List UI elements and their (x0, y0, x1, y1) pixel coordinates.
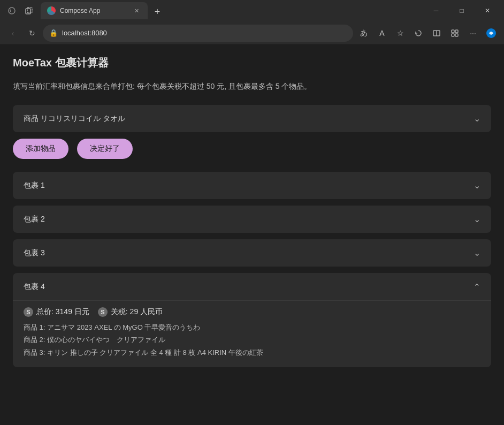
package-1-header[interactable]: 包裹 1 ⌄ (13, 172, 491, 199)
tax-item: S 关税: 29 人民币 (98, 307, 163, 317)
buttons-row: 添加物品 决定好了 (13, 139, 491, 159)
refresh-button[interactable]: ↻ (24, 25, 41, 42)
page-content: MoeTax 包裹计算器 填写当前汇率和包裹信息来合单打包: 每个包裹关税不超过… (0, 45, 504, 425)
add-item-button[interactable]: 添加物品 (13, 139, 68, 159)
package-item-3: 商品 3: キリン 推しの子 クリアファイル 全 4 種 計 8 枚 A4 KI… (24, 346, 480, 359)
svg-rect-5 (452, 30, 454, 33)
address-bar-row: ‹ ↻ 🔒 localhost:8080 あ A ☆ (0, 21, 504, 45)
total-price-icon: S (24, 307, 33, 317)
package-item-2: 商品 2: 僕の心のヤバイやつ クリアファイル (24, 333, 480, 346)
browser-controls-left (4, 3, 36, 18)
package-4-chevron: ⌄ (474, 282, 480, 292)
app-title: MoeTax 包裹计算器 (13, 56, 491, 70)
svg-rect-8 (455, 34, 458, 36)
product-section-header[interactable]: 商品 リコリスリコイル タオル ⌄ (13, 105, 491, 132)
security-icon: 🔒 (49, 29, 58, 37)
confirm-button[interactable]: 决定好了 (77, 139, 133, 159)
svg-point-0 (9, 7, 15, 14)
package-2-title: 包裹 2 (24, 215, 45, 224)
package-3-header[interactable]: 包裹 3 ⌄ (13, 239, 491, 267)
package-1: 包裹 1 ⌄ (13, 172, 491, 199)
package-2: 包裹 2 ⌄ (13, 206, 491, 233)
read-mode-button[interactable]: あ (355, 25, 372, 42)
package-4-title: 包裹 4 (24, 282, 45, 292)
back-button[interactable]: ‹ (4, 25, 21, 42)
copilot-button[interactable] (483, 25, 500, 42)
package-3-title: 包裹 3 (24, 248, 45, 258)
window-controls: ─ □ ✕ (424, 2, 500, 19)
package-4-info: S 总价: 3149 日元 S 关税: 29 人民币 (24, 307, 480, 317)
browser-refresh-icon[interactable] (410, 25, 427, 42)
tab-favicon (47, 6, 56, 15)
close-button[interactable]: ✕ (475, 2, 500, 19)
product-section-title: 商品 リコリスリコイル タオル (24, 114, 125, 124)
translate-button[interactable]: A (373, 25, 391, 42)
package-1-chevron: ⌄ (474, 180, 480, 191)
svg-rect-6 (455, 30, 458, 33)
package-3: 包裹 3 ⌄ (13, 239, 491, 267)
product-section-chevron: ⌄ (474, 113, 480, 124)
browser-duplicate-icon[interactable] (21, 3, 36, 18)
package-2-header[interactable]: 包裹 2 ⌄ (13, 206, 491, 233)
svg-rect-7 (452, 34, 454, 36)
maximize-button[interactable]: □ (449, 2, 474, 19)
package-item-1: 商品 1: アニサマ 2023 AXEL の MyGO 千早愛音のうちわ (24, 321, 480, 333)
package-3-chevron: ⌄ (474, 248, 480, 258)
package-2-chevron: ⌄ (474, 214, 480, 224)
active-tab[interactable]: Compose App ✕ (41, 2, 148, 19)
total-price-item: S 总价: 3149 日元 (24, 307, 89, 317)
svg-rect-1 (26, 9, 30, 14)
tax-text: 关税: 29 人民币 (111, 307, 163, 317)
tax-icon: S (98, 307, 108, 317)
toolbar-right: あ A ☆ (355, 25, 500, 42)
package-4-header[interactable]: 包裹 4 ⌄ (13, 273, 491, 300)
package-4: 包裹 4 ⌄ S 总价: 3149 日元 S 关税: 29 人民币 商品 1: … (13, 273, 491, 367)
favorites-button[interactable]: ☆ (392, 25, 409, 42)
total-price-text: 总价: 3149 日元 (36, 307, 89, 317)
app-description: 填写当前汇率和包裹信息来合单打包: 每个包裹关税不超过 50 元, 且包裹最多含… (13, 81, 491, 92)
tab-close-button[interactable]: ✕ (132, 6, 141, 16)
title-bar: Compose App ✕ + ─ □ ✕ (0, 0, 504, 21)
product-section: 商品 リコリスリコイル タオル ⌄ (13, 105, 491, 132)
more-options-button[interactable]: ··· (464, 25, 482, 42)
address-bar[interactable]: 🔒 localhost:8080 (43, 25, 353, 42)
url-text: localhost:8080 (62, 29, 347, 37)
collections-button[interactable] (446, 25, 463, 42)
package-4-items: 商品 1: アニサマ 2023 AXEL の MyGO 千早愛音のうちわ 商品 … (24, 321, 480, 359)
tab-bar: Compose App ✕ + (36, 2, 424, 19)
package-4-body: S 总价: 3149 日元 S 关税: 29 人民币 商品 1: アニサマ 20… (13, 300, 491, 367)
tab-title: Compose App (60, 7, 127, 14)
split-view-button[interactable] (428, 25, 445, 42)
package-1-title: 包裹 1 (24, 181, 45, 191)
new-tab-button[interactable]: + (150, 4, 165, 19)
browser-back-icon[interactable] (4, 3, 19, 18)
minimize-button[interactable]: ─ (424, 2, 448, 19)
browser-frame: Compose App ✕ + ─ □ ✕ ‹ ↻ 🔒 localhost:80… (0, 0, 504, 425)
